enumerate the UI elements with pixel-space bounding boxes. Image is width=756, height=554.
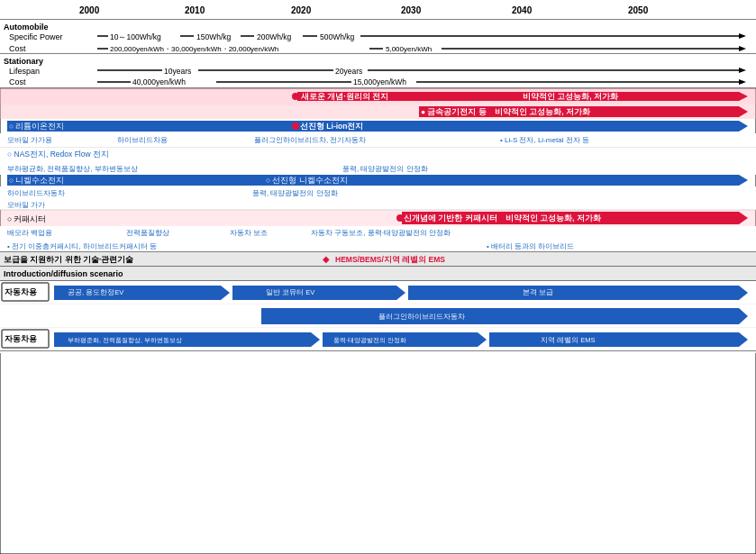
- mobile-text1: 모바일 가가용: [7, 136, 52, 144]
- scenario-text3b: 풍력·태양광발전의 안정화: [333, 337, 406, 344]
- backup-text: 배모라 백업용: [7, 229, 52, 237]
- year-2000: 2000: [79, 5, 100, 15]
- new-concept-text: 새로운 개념·원리의 전지: [300, 92, 388, 101]
- scenario-text1b: 일반 코뮤터 EV: [266, 288, 314, 296]
- automobile-label: Automobile: [4, 23, 49, 32]
- main-content: 2000 2010 2020 2030 2040 2050 Automobile…: [0, 0, 756, 554]
- scenario-text1a: 공공, 용도한정EV: [68, 288, 123, 296]
- year-2040: 2040: [512, 5, 533, 15]
- car-label-1: 자동차용: [5, 287, 37, 296]
- hybrid-car-text: 하이브리드자동차: [7, 189, 65, 197]
- scenario-arrow1b: [232, 286, 405, 300]
- scenario-text3a: 부하평준화, 전력품질향상, 부하변동보상: [68, 337, 182, 344]
- hems-diamond: ◆: [323, 254, 330, 264]
- lifespan-text2: 20years: [335, 67, 362, 76]
- scenario-arrow1c: [408, 286, 748, 300]
- svg-rect-28: [0, 199, 756, 210]
- hybrid-text: 하이브리드차용: [117, 136, 168, 144]
- capacitor-dot: [396, 214, 404, 222]
- scenario-arrow3c: [489, 332, 748, 347]
- auto-sp-text3: 200Wh/kg: [257, 32, 292, 41]
- wind-text: 풍력, 태양광발전의 안정화: [342, 165, 428, 173]
- auto-sp-text2: 150Wh/kg: [196, 32, 232, 41]
- support-tech-text: 보급을 지원하기 위한 기술·관련기술: [4, 255, 133, 264]
- plugin-text: 플러그인하이브리드차, 전기자동차: [254, 136, 366, 144]
- scenario-text2: 플러그인하이브리드자동차: [378, 313, 465, 321]
- car-drive-text: 자동차 구동보조, 풍력·태양광발전의 안정화: [311, 229, 451, 237]
- year-2020: 2020: [291, 5, 312, 15]
- lithium-ion-arrow: [7, 121, 748, 132]
- svg-rect-46: [0, 351, 756, 353]
- stationary-label: Stationary: [4, 57, 43, 66]
- specific-power-label: Specific Power: [9, 32, 63, 41]
- car-label-2: 자동차용: [5, 334, 37, 343]
- svg-rect-23: [0, 133, 756, 148]
- scenario-text1c: 본격 보급: [523, 288, 553, 296]
- nickel-advanced: ○ 선진형 니켈수소전지: [266, 176, 348, 185]
- li-ion-dot: [292, 123, 299, 130]
- li-ion-advanced: 선진형 Li-ion전지: [300, 122, 364, 131]
- auto-sp-text4: 500Wh/kg: [320, 32, 355, 41]
- lifespan-text1: 10years: [164, 67, 191, 76]
- li-s-text: • Li-S 전자, Li-metal 전자 등: [500, 136, 589, 144]
- stat-cost-text1: 40,000yen/kWh: [132, 77, 186, 86]
- scenario-text3c: 지역 레벨의 EMS: [541, 336, 595, 344]
- nickel-label: ○ 니켈수소전지: [9, 176, 65, 185]
- year-2010: 2010: [185, 5, 205, 15]
- mobile2-text: 모바일 가가: [7, 201, 45, 209]
- metal-air-text: ● 금속공기전지 등 비약적인 고성능화, 저가화: [421, 107, 591, 116]
- load-text: 부하평균화, 전력품질향상, 부하변동보상: [7, 165, 138, 173]
- auto-cost-label: Cost: [9, 44, 26, 53]
- auto-cost-text2: 5,000yen/kWh: [386, 45, 432, 53]
- scenario-label: Introduction/diffusion scenario: [4, 269, 123, 278]
- car-assist-text: 자동차 보조: [230, 229, 268, 237]
- lifespan-label: Lifespan: [9, 67, 40, 76]
- svg-rect-27: [0, 186, 756, 199]
- li-ion-label: ○ 리튬이온전지: [9, 122, 65, 131]
- stat-cost-label: Cost: [9, 77, 26, 86]
- double-layer-text: • 전기 이중층커패시티, 하이브리드커패시터 등: [7, 242, 157, 250]
- capacitor-text: 신개념에 기반한 커패시터 비약적인 고성능화, 저가화: [404, 213, 602, 223]
- wind2-text: 풍력, 태양광발전의 안정화: [252, 189, 338, 197]
- battery-hybrid-text: • 배터리 등과의 하이브리드: [487, 242, 574, 250]
- auto-cost-text1: 200,000yen/kWh・30,000yen/kWh・20,000yen/k…: [110, 45, 278, 53]
- year-2050: 2050: [628, 5, 649, 15]
- nas-text: ○ NAS전지, Redox Flow 전지: [7, 150, 109, 159]
- power-quality-text: 전력품질향상: [126, 229, 169, 237]
- nickel-arrow: [7, 175, 748, 186]
- scenario-arrow2: [261, 308, 748, 324]
- stat-cost-text2: 15,000yen/kWh: [353, 77, 406, 86]
- new-concept-right: 비약적인 고성능화, 저가화: [523, 92, 619, 101]
- capacitor-label: ○ 커패시터: [7, 214, 47, 223]
- year-2030: 2030: [401, 5, 422, 15]
- svg-rect-25: [0, 148, 756, 162]
- auto-sp-text1: 10～100Wh/kg: [110, 32, 161, 41]
- new-concept-dot: [292, 93, 299, 100]
- hems-text: HEMS/BEMS/지역 레벨의 EMS: [335, 255, 445, 264]
